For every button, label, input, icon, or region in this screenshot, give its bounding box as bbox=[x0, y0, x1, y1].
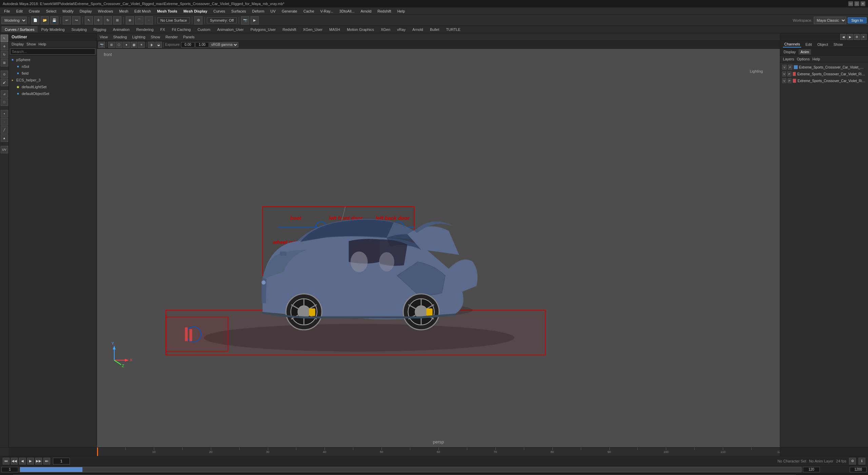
new-file-btn[interactable]: 📄 bbox=[31, 16, 39, 24]
no-live-surface-btn[interactable]: No Live Surface bbox=[157, 17, 190, 23]
shelf-tab-vray[interactable]: vRay bbox=[394, 27, 409, 32]
vp-menu-renderer[interactable]: Render bbox=[164, 34, 179, 40]
snap-point-btn[interactable]: · bbox=[145, 16, 153, 24]
outliner-item[interactable]: ◉defaultLightSet bbox=[9, 83, 97, 90]
shelf-tab-redshift[interactable]: Redshift bbox=[279, 27, 299, 32]
menu-item-modify[interactable]: Modify bbox=[60, 8, 76, 14]
scale-tool-btn[interactable]: ⊞ bbox=[113, 16, 121, 24]
playback-next-btn[interactable]: ▶▶ bbox=[35, 458, 42, 464]
menu-item-curves[interactable]: Curves bbox=[211, 8, 228, 14]
layer-vis-btn[interactable]: V bbox=[782, 78, 786, 83]
scale-mode-btn[interactable]: ⊞ bbox=[1, 59, 8, 66]
component-mode-btn[interactable]: ▪ bbox=[1, 110, 8, 117]
menu-item-mesh[interactable]: Mesh bbox=[116, 8, 131, 14]
menu-item-redshift[interactable]: Redshift bbox=[375, 8, 394, 14]
vp-menu-panels[interactable]: Panels bbox=[182, 34, 196, 40]
channel-layer[interactable]: VPExtreme_Sports_Crossover_Car_Violet_Ri… bbox=[782, 64, 867, 71]
shelf-tab-mash[interactable]: MASH bbox=[326, 27, 343, 32]
display-tab-display[interactable]: Display bbox=[782, 49, 798, 55]
shelf-tab-arnold[interactable]: Arnold bbox=[409, 27, 427, 32]
shelf-tab-xgenuser[interactable]: XGen_User bbox=[300, 27, 326, 32]
layer-vis-btn[interactable]: V bbox=[782, 65, 787, 70]
range-slider[interactable] bbox=[20, 467, 802, 472]
minimize-button[interactable]: — bbox=[848, 1, 853, 6]
menu-item-create[interactable]: Create bbox=[26, 8, 43, 14]
menu-item-help[interactable]: Help bbox=[395, 8, 408, 14]
shelf-tab-animation[interactable]: Animation bbox=[110, 27, 133, 32]
vp-grid-btn[interactable]: ⊞ bbox=[108, 42, 115, 48]
menu-item-generate[interactable]: Generate bbox=[279, 8, 300, 14]
ipr-btn[interactable]: ▶ bbox=[251, 16, 259, 24]
channels-tab-edit[interactable]: Edit bbox=[804, 42, 813, 47]
channels-tab-channels[interactable]: Channels bbox=[783, 41, 801, 48]
edge-mode-btn[interactable]: ╱ bbox=[1, 126, 8, 134]
menu-item-deform[interactable]: Deform bbox=[250, 8, 267, 14]
shelf-tab-polygonsuser[interactable]: Polygons_User bbox=[247, 27, 279, 32]
viewport[interactable]: View Shading Lighting Show Render Panels… bbox=[97, 33, 780, 447]
menu-item-meshdisplay[interactable]: Mesh Display bbox=[181, 8, 210, 14]
menu-item-surfaces[interactable]: Surfaces bbox=[229, 8, 249, 14]
gamma-dropdown[interactable]: sRGB gamma bbox=[210, 42, 238, 48]
open-file-btn[interactable]: 📂 bbox=[41, 16, 49, 24]
channels-tab-object[interactable]: Object bbox=[816, 42, 829, 47]
menu-item-arnold[interactable]: Arnold bbox=[358, 8, 374, 14]
vp-shadow-btn[interactable]: ◑ bbox=[148, 42, 155, 48]
outliner-item[interactable]: ■nSol bbox=[9, 63, 97, 70]
playback-prev-btn[interactable]: ◀ bbox=[19, 458, 26, 464]
modeling-dropdown[interactable]: Modeling bbox=[1, 17, 27, 24]
shelf-tab-motiongraphics[interactable]: Motion Graphics bbox=[343, 27, 377, 32]
undo-btn[interactable]: ↩ bbox=[63, 16, 71, 24]
shelf-tab-polymodeling[interactable]: Poly Modeling bbox=[38, 27, 68, 32]
shelf-tab-fx[interactable]: FX bbox=[157, 27, 169, 32]
vp-menu-lighting[interactable]: Lighting bbox=[131, 34, 147, 40]
menu-item-cache[interactable]: Cache bbox=[301, 8, 317, 14]
move-mode-btn[interactable]: ✛ bbox=[1, 43, 8, 50]
vp-menu-view[interactable]: View bbox=[98, 34, 109, 40]
outliner-item[interactable]: ▸ECS_helper_3 bbox=[9, 77, 97, 83]
channels-sub-layers[interactable]: Layers bbox=[783, 57, 794, 61]
menu-item-select[interactable]: Select bbox=[43, 8, 59, 14]
channel-layer[interactable]: VPExtreme_Sports_Crossover_Car_Violet_Ri… bbox=[782, 77, 867, 84]
menu-item-display[interactable]: Display bbox=[77, 8, 95, 14]
vp-smooth-btn[interactable]: ● bbox=[123, 42, 130, 48]
playback-prev-key-btn[interactable]: ◀◀ bbox=[11, 458, 18, 464]
playback-end-input[interactable] bbox=[850, 467, 867, 472]
vp-menu-show[interactable]: Show bbox=[150, 34, 162, 40]
channels-close-btn[interactable]: ✕ bbox=[861, 34, 867, 40]
rotate-tool-btn[interactable]: ↻ bbox=[104, 16, 112, 24]
outliner-item[interactable]: ■pSphere bbox=[9, 56, 97, 63]
outliner-item[interactable]: ■defaultObjectSet bbox=[9, 90, 97, 97]
workspace-dropdown[interactable]: Maya Classic bbox=[814, 17, 846, 24]
move-tool-btn[interactable]: ✛ bbox=[94, 16, 102, 24]
range-start-input[interactable] bbox=[1, 467, 18, 472]
playback-play-btn[interactable]: ▶ bbox=[27, 458, 34, 464]
symmetry-btn[interactable]: Symmetry: Off bbox=[207, 17, 237, 23]
viewport-canvas[interactable]: boot left front door left back door bbox=[97, 49, 780, 447]
timeline-numbers[interactable]: 0102030405060708090100110120 bbox=[97, 448, 780, 456]
marquee-select-btn[interactable]: □ bbox=[1, 98, 8, 106]
vp-texture-btn[interactable]: ▦ bbox=[131, 42, 137, 48]
layer-p-btn[interactable]: P bbox=[788, 78, 792, 83]
timeline-area[interactable]: 0102030405060708090100110120 bbox=[0, 447, 868, 456]
shelf-tab-rendering[interactable]: Rendering bbox=[133, 27, 157, 32]
snap-grid-btn[interactable]: ⊕ bbox=[126, 16, 134, 24]
shelf-tab-bullet[interactable]: Bullet bbox=[427, 27, 443, 32]
menu-item-windows[interactable]: Windows bbox=[95, 8, 116, 14]
save-file-btn[interactable]: 💾 bbox=[50, 16, 58, 24]
vp-light-btn[interactable]: ☀ bbox=[138, 42, 145, 48]
menu-item-edit[interactable]: Edit bbox=[14, 8, 25, 14]
render-settings-btn[interactable]: ⚙ bbox=[194, 16, 202, 24]
layer-p-btn[interactable]: P bbox=[787, 72, 791, 76]
vp-cam-btn[interactable]: 📷 bbox=[98, 42, 105, 48]
outliner-menu-help[interactable]: Help bbox=[39, 42, 46, 46]
outliner-menu-display[interactable]: Display bbox=[12, 42, 24, 46]
face-mode-btn[interactable]: ▲ bbox=[1, 134, 8, 142]
status-settings-btn[interactable]: ⚙ bbox=[849, 458, 856, 464]
paint-select-btn[interactable]: 🖌 bbox=[1, 79, 8, 86]
render-cam-btn[interactable]: 📷 bbox=[241, 16, 249, 24]
maximize-button[interactable]: □ bbox=[854, 1, 859, 6]
shelf-tab-xgen[interactable]: XGen bbox=[377, 27, 394, 32]
rotate-mode-btn[interactable]: ↻ bbox=[1, 51, 8, 58]
shelf-tab-fitcaching[interactable]: Fit Caching bbox=[169, 27, 194, 32]
range-end-input[interactable] bbox=[803, 467, 820, 472]
